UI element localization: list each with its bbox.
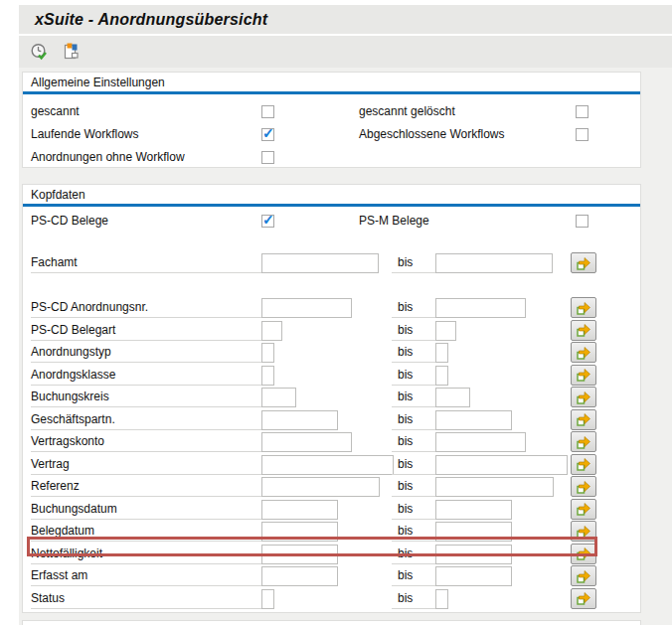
execute-icon xyxy=(30,43,49,62)
form-row-ps-cd-anordnungsnr: PS-CD Anordnungsnr. bis xyxy=(23,298,640,320)
to-input-status[interactable] xyxy=(435,589,448,609)
sap-window: xSuite - Anordnungsübersicht Allgemeine … xyxy=(0,0,672,625)
to-input-referenz[interactable] xyxy=(435,477,554,497)
multi-selection-icon xyxy=(576,367,591,383)
to-input-anordngsklasse[interactable] xyxy=(435,366,448,386)
field-label: Buchungsdatum xyxy=(31,500,261,520)
checkbox-anordnungen-ohne-workflow[interactable] xyxy=(261,151,274,164)
to-input-geschaeftspartn[interactable] xyxy=(435,410,512,430)
to-input-nettofaelligkeit[interactable] xyxy=(435,545,512,564)
bis-label: bis xyxy=(392,589,435,609)
bis-label: bis xyxy=(392,388,435,407)
checkbox-laufende-workflows[interactable] xyxy=(261,128,274,141)
from-input-fachamt[interactable] xyxy=(261,253,379,273)
to-input-ps-cd-anordnungsnr[interactable] xyxy=(435,298,526,318)
form-row-referenz: Referenz bis xyxy=(23,477,640,499)
from-input-buchungsdatum[interactable] xyxy=(261,500,338,520)
to-input-vertrag[interactable] xyxy=(435,455,568,475)
get-variant-button[interactable] xyxy=(59,40,83,64)
from-input-anordngsklasse[interactable] xyxy=(261,366,274,386)
bis-label: bis xyxy=(392,321,435,341)
checkbox-ps-cd-belege[interactable] xyxy=(261,215,274,228)
field-label: Vertrag xyxy=(31,455,261,475)
checkbox-row: Laufende Workflows Abgeschlossene Workfl… xyxy=(23,127,640,143)
checkbox-ps-m-belege[interactable] xyxy=(576,215,588,228)
next-group-box-edge xyxy=(22,620,641,625)
to-input-fachamt[interactable] xyxy=(435,253,553,273)
multi-selection-icon xyxy=(576,479,591,495)
bis-label: bis xyxy=(392,366,435,386)
from-input-buchungskreis[interactable] xyxy=(261,388,296,407)
title-bar: xSuite - Anordnungsübersicht xyxy=(19,5,672,34)
multi-selection-button[interactable] xyxy=(571,499,596,520)
multi-selection-button[interactable] xyxy=(571,365,596,386)
from-input-anordnungstyp[interactable] xyxy=(261,343,274,363)
to-input-buchungsdatum[interactable] xyxy=(435,500,512,520)
multi-selection-button[interactable] xyxy=(571,476,596,497)
from-input-vertrag[interactable] xyxy=(261,455,394,475)
to-input-anordnungstyp[interactable] xyxy=(435,343,448,363)
to-input-ps-cd-belegart[interactable] xyxy=(435,321,456,341)
group-title: Allgemeine Einstellungen xyxy=(23,73,640,94)
checkbox-gescannt-geloescht[interactable] xyxy=(576,105,588,118)
multi-selection-icon xyxy=(576,322,591,338)
multi-selection-button[interactable] xyxy=(571,588,596,609)
from-input-referenz[interactable] xyxy=(261,477,380,497)
form-row-anordngsklasse: Anordngsklasse bis xyxy=(23,366,640,388)
form-row-vertrag: Vertrag bis xyxy=(23,455,640,477)
multi-selection-icon xyxy=(576,300,591,316)
multi-selection-button[interactable] xyxy=(571,409,596,430)
multi-selection-button[interactable] xyxy=(571,387,596,407)
from-input-ps-cd-anordnungsnr[interactable] xyxy=(261,298,352,318)
checkbox-gescannt[interactable] xyxy=(261,105,274,118)
from-input-nettofaelligkeit[interactable] xyxy=(261,545,338,564)
multi-selection-button[interactable] xyxy=(571,521,596,542)
group-box-allgemeine-einstellungen: Allgemeine Einstellungen gescannt gescan… xyxy=(22,72,641,168)
multi-selection-button[interactable] xyxy=(571,454,596,475)
checkbox-abgeschlossene-workflows[interactable] xyxy=(576,128,588,141)
form-row-buchungsdatum: Buchungsdatum bis xyxy=(23,500,640,522)
bis-label: bis xyxy=(392,410,435,430)
from-input-belegdatum[interactable] xyxy=(261,522,338,542)
multi-selection-icon xyxy=(576,434,591,450)
multi-selection-button[interactable] xyxy=(571,252,596,273)
multi-selection-button[interactable] xyxy=(571,297,596,318)
multi-selection-button[interactable] xyxy=(571,431,596,452)
to-input-erfasst-am[interactable] xyxy=(435,566,512,586)
field-label: Status xyxy=(31,589,261,609)
bis-label: bis xyxy=(392,500,435,520)
checkbox-row: PS-CD Belege PS-M Belege xyxy=(23,214,640,230)
form-row-buchungskreis: Buchungskreis bis xyxy=(23,388,640,409)
from-input-ps-cd-belegart[interactable] xyxy=(261,321,282,341)
checkbox-label-gescannt: gescannt xyxy=(31,104,254,120)
form-row-ps-cd-belegart: PS-CD Belegart bis xyxy=(23,321,640,343)
multi-selection-icon xyxy=(576,390,591,405)
multi-selection-button[interactable] xyxy=(571,320,596,341)
field-label: Nettofälligkeit xyxy=(31,545,261,564)
to-input-belegdatum[interactable] xyxy=(435,522,512,542)
bis-label: bis xyxy=(392,477,435,497)
field-label: Anordnungstyp xyxy=(31,343,261,363)
form-row-fachamt: Fachamt bis xyxy=(23,253,640,275)
field-label: Fachamt xyxy=(31,253,261,273)
from-input-erfasst-am[interactable] xyxy=(261,566,338,586)
checkbox-label-laufende-workflows: Laufende Workflows xyxy=(31,127,254,143)
group-box-kopfdaten: Kopfdaten PS-CD Belege PS-M Belege Facha… xyxy=(22,184,641,613)
checkbox-label-ps-m-belege: PS-M Belege xyxy=(359,214,568,230)
to-input-vertragskonto[interactable] xyxy=(435,432,526,452)
from-input-status[interactable] xyxy=(261,589,274,609)
field-label: Buchungskreis xyxy=(31,388,261,407)
form-row-belegdatum: Belegdatum bis xyxy=(23,522,640,544)
bis-label: bis xyxy=(392,343,435,363)
multi-selection-icon xyxy=(576,411,591,427)
get-variant-icon xyxy=(61,42,81,62)
from-input-vertragskonto[interactable] xyxy=(261,432,352,452)
from-input-geschaeftspartn[interactable] xyxy=(261,410,338,430)
multi-selection-button[interactable] xyxy=(571,544,596,564)
multi-selection-button[interactable] xyxy=(571,342,596,363)
to-input-buchungskreis[interactable] xyxy=(435,388,470,407)
form-row-erfasst-am: Erfasst am bis xyxy=(23,566,640,588)
multi-selection-button[interactable] xyxy=(571,565,596,586)
multi-selection-icon xyxy=(576,590,591,606)
execute-button[interactable] xyxy=(27,40,51,64)
